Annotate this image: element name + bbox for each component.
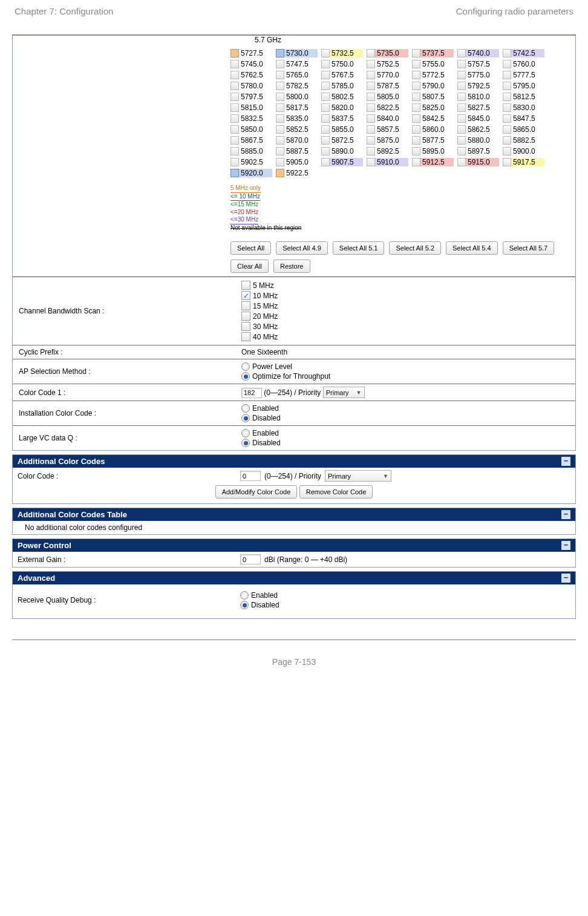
cbw-option[interactable]: 5 MHz (241, 281, 570, 290)
freq-option[interactable]: 5855.0 (321, 125, 363, 134)
collapse-icon[interactable]: − (561, 574, 570, 583)
freq-checkbox[interactable] (367, 125, 375, 134)
freq-option[interactable]: 5817.5 (276, 103, 318, 112)
freq-option[interactable]: 5750.0 (321, 60, 363, 68)
freq-checkbox[interactable] (276, 82, 284, 90)
freq-option[interactable]: 5752.5 (367, 60, 408, 68)
freq-option[interactable]: 5787.5 (367, 82, 408, 90)
freq-checkbox[interactable] (230, 158, 239, 166)
freq-option[interactable]: 5892.5 (367, 147, 408, 155)
lvc-radio-disabled[interactable] (241, 439, 250, 447)
freq-option[interactable]: 5860.0 (412, 125, 454, 134)
freq-checkbox[interactable] (457, 82, 466, 90)
freq-option[interactable]: 5785.0 (321, 82, 363, 90)
freq-option[interactable]: 5735.0 (367, 49, 408, 57)
freq-checkbox[interactable] (321, 114, 330, 123)
freq-checkbox[interactable] (230, 136, 239, 145)
freq-option[interactable]: 5857.5 (367, 125, 408, 134)
freq-option[interactable]: 5805.0 (367, 93, 408, 101)
cc1-priority-select[interactable]: Primary ▼ (323, 387, 365, 398)
freq-option[interactable]: 5760.0 (503, 60, 544, 68)
freq-option[interactable]: 5915.0 (457, 158, 499, 166)
freq-option[interactable]: 5825.0 (412, 103, 454, 112)
rqd-radio-disabled[interactable] (240, 601, 249, 609)
freq-checkbox[interactable] (276, 71, 284, 79)
freq-checkbox[interactable] (503, 147, 511, 155)
freq-option[interactable]: 5865.0 (503, 125, 544, 134)
collapse-icon[interactable]: − (561, 457, 570, 466)
freq-option[interactable]: 5850.0 (230, 125, 272, 134)
freq-option[interactable]: 5887.5 (276, 147, 318, 155)
freq-checkbox[interactable] (276, 158, 284, 166)
cbw-option[interactable]: 40 MHz (241, 332, 570, 341)
freq-checkbox[interactable] (321, 103, 330, 112)
freq-option[interactable]: 5890.0 (321, 147, 363, 155)
cbw-checkbox[interactable] (241, 301, 250, 310)
freq-option[interactable]: 5837.5 (321, 114, 363, 123)
freq-checkbox[interactable] (412, 125, 420, 134)
freq-checkbox[interactable] (367, 103, 375, 112)
add-modify-color-code-button[interactable]: Add/Modify Color Code (215, 485, 298, 499)
freq-option[interactable]: 5885.0 (230, 147, 272, 155)
cbw-checkbox[interactable] (241, 281, 250, 290)
freq-checkbox[interactable] (230, 103, 239, 112)
icc-radio-disabled[interactable] (241, 414, 250, 422)
freq-checkbox[interactable] (503, 125, 511, 134)
freq-checkbox[interactable] (367, 158, 375, 166)
freq-option[interactable]: 5827.5 (457, 103, 499, 112)
rqd-radio-enabled[interactable] (240, 591, 249, 600)
freq-checkbox[interactable] (503, 71, 511, 79)
freq-option[interactable]: 5777.5 (503, 71, 544, 79)
freq-checkbox[interactable] (457, 49, 466, 57)
freq-checkbox[interactable] (503, 114, 511, 123)
select-all-57-button[interactable]: Select All 5.7 (503, 241, 555, 255)
freq-checkbox[interactable] (412, 49, 420, 57)
external-gain-input[interactable] (240, 554, 261, 564)
freq-checkbox[interactable] (503, 136, 511, 145)
freq-option[interactable]: 5747.5 (276, 60, 318, 68)
freq-checkbox[interactable] (276, 49, 284, 57)
freq-checkbox[interactable] (230, 82, 239, 90)
freq-checkbox[interactable] (230, 49, 239, 57)
freq-checkbox[interactable] (412, 71, 420, 79)
freq-option[interactable]: 5895.0 (412, 147, 454, 155)
select-all-52-button[interactable]: Select All 5.2 (389, 241, 441, 255)
freq-option[interactable]: 5897.5 (457, 147, 499, 155)
freq-checkbox[interactable] (412, 60, 420, 68)
freq-checkbox[interactable] (276, 103, 284, 112)
freq-checkbox[interactable] (457, 125, 466, 134)
collapse-icon[interactable]: − (561, 541, 570, 550)
freq-option[interactable]: 5727.5 (230, 49, 272, 57)
freq-option[interactable]: 5877.5 (412, 136, 454, 145)
freq-option[interactable]: 5757.5 (457, 60, 499, 68)
clear-all-button[interactable]: Clear All (230, 260, 269, 273)
freq-checkbox[interactable] (503, 60, 511, 68)
freq-checkbox[interactable] (276, 114, 284, 123)
freq-option[interactable]: 5730.0 (276, 49, 318, 57)
freq-option[interactable]: 5840.0 (367, 114, 408, 123)
freq-option[interactable]: 5820.0 (321, 103, 363, 112)
freq-option[interactable]: 5790.0 (412, 82, 454, 90)
freq-checkbox[interactable] (321, 125, 330, 134)
apsel-radio-throughput[interactable] (241, 372, 250, 381)
cbw-checkbox[interactable]: ✓ (241, 291, 250, 300)
cbw-checkbox[interactable] (241, 322, 250, 331)
freq-checkbox[interactable] (230, 71, 239, 79)
freq-option[interactable]: 5742.5 (503, 49, 544, 57)
freq-option[interactable]: 5797.5 (230, 93, 272, 101)
freq-checkbox[interactable] (230, 169, 239, 177)
cbw-checkbox[interactable] (241, 312, 250, 321)
acc-input[interactable] (240, 471, 261, 481)
freq-checkbox[interactable] (367, 114, 375, 123)
freq-checkbox[interactable] (503, 103, 511, 112)
freq-checkbox[interactable] (457, 60, 466, 68)
freq-checkbox[interactable] (457, 136, 466, 145)
freq-checkbox[interactable] (503, 158, 511, 166)
select-all-51-button[interactable]: Select All 5.1 (333, 241, 385, 255)
freq-checkbox[interactable] (412, 147, 420, 155)
select-all-54-button[interactable]: Select All 5.4 (446, 241, 498, 255)
freq-option[interactable]: 5740.0 (457, 49, 499, 57)
freq-checkbox[interactable] (367, 136, 375, 145)
freq-checkbox[interactable] (321, 136, 330, 145)
collapse-icon[interactable]: − (561, 510, 570, 519)
